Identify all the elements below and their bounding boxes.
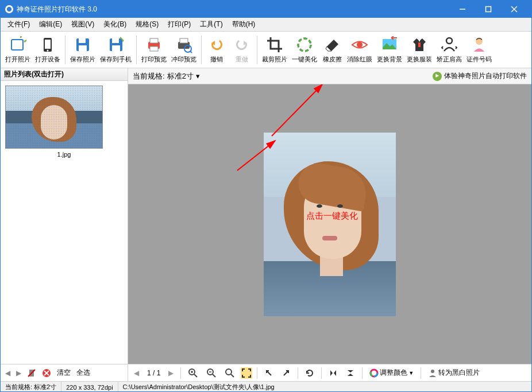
prev-page-button[interactable]: ◀ [132, 368, 141, 378]
zoom-in-button[interactable] [186, 367, 201, 379]
svg-line-30 [272, 84, 322, 136]
svg-rect-18 [180, 38, 188, 43]
svg-point-25 [357, 42, 363, 48]
titlebar: 神奇证件照片打印软件 3.0 [1, 1, 531, 18]
crop-button[interactable]: 裁剪照片 [260, 33, 290, 67]
open-device-icon [38, 36, 57, 54]
color-adjust-button[interactable]: 调整颜色 ▼ [367, 367, 416, 379]
statusbar: 当前规格: 标准2寸 220 x 333, 72dpi C:\Users\Adm… [1, 381, 531, 392]
next-page-button[interactable]: ▶ [166, 368, 176, 378]
clear-button[interactable]: 清空 [55, 367, 73, 379]
promo-link[interactable]: 体验神奇照片自动打印软件 [433, 71, 527, 81]
menu-0[interactable]: 文件(F) [3, 18, 34, 30]
shoulder-button[interactable]: 矫正肩高 [434, 33, 464, 67]
list-item[interactable]: 1.jpg [5, 86, 123, 158]
save-photo-icon [74, 36, 92, 54]
svg-point-7 [47, 50, 49, 52]
menu-1[interactable]: 编辑(E) [34, 18, 67, 30]
svg-rect-13 [112, 45, 120, 51]
redo-button[interactable]: 重做 [229, 33, 255, 67]
close-button[interactable] [501, 1, 527, 18]
flip-v-button[interactable] [344, 367, 357, 379]
id-number-icon [470, 36, 488, 54]
page-indicator: 1 / 1 [147, 369, 160, 377]
beautify-button[interactable]: 一键美化 [290, 33, 319, 67]
maximize-button[interactable] [475, 1, 501, 18]
spec-dropdown[interactable]: 标准2寸 ▾ [167, 71, 200, 81]
tool-label: 撤销 [210, 55, 223, 64]
chevron-down-icon: ▼ [408, 370, 414, 376]
move-left-button[interactable]: ◀ [3, 368, 13, 378]
svg-point-49 [431, 370, 434, 373]
svg-point-28 [446, 38, 452, 44]
photo-preview[interactable] [264, 133, 396, 316]
tool-label: 打开设备 [35, 55, 60, 64]
eraser-button[interactable]: 橡皮擦 [319, 33, 345, 67]
open-device-button[interactable]: 打开设备 [33, 33, 63, 67]
tool-label: 冲印预览 [171, 55, 196, 64]
menu-5[interactable]: 打印(P) [163, 18, 195, 30]
minimize-button[interactable] [449, 1, 475, 18]
svg-rect-27 [418, 42, 421, 47]
tool-label: 更换服装 [407, 55, 432, 64]
save-to-phone-button[interactable]: 保存到手机 [98, 33, 134, 67]
toolbar: 打开照片打开设备保存照片保存到手机打印预览冲印预览撤销重做裁剪照片一键美化橡皮擦… [1, 32, 531, 68]
delete-button[interactable] [25, 367, 38, 379]
svg-line-42 [213, 374, 215, 377]
canvas: 点击一键美化 [128, 84, 531, 364]
tool-label: 橡皮擦 [323, 55, 342, 64]
tool-label: 打印预览 [141, 55, 167, 64]
svg-line-20 [190, 51, 192, 53]
svg-rect-1 [485, 7, 491, 12]
rotate-left-button[interactable] [262, 367, 276, 379]
chevron-down-icon: ▾ [196, 72, 200, 80]
undo-icon [207, 36, 226, 54]
reset-button[interactable] [303, 367, 317, 379]
menu-6[interactable]: 工具(T) [195, 18, 227, 30]
print-preview-button[interactable]: 打印预览 [139, 33, 169, 67]
bw-button[interactable]: 转为黑白照片 [426, 367, 482, 379]
change-clothes-button[interactable]: 更换服装 [404, 33, 434, 67]
tool-label: 裁剪照片 [262, 55, 287, 64]
zoom-out-button[interactable] [204, 367, 219, 379]
beautify-icon [295, 36, 314, 54]
tool-label: 证件号码 [467, 55, 492, 64]
menu-4[interactable]: 规格(S) [131, 18, 163, 30]
tool-label: 重做 [236, 55, 248, 64]
status-spec: 当前规格: 标准2寸 [1, 382, 61, 392]
svg-rect-16 [150, 46, 158, 51]
fullscreen-button[interactable] [241, 367, 252, 379]
tool-label: 更换背景 [377, 55, 402, 64]
undo-button[interactable]: 撤销 [204, 33, 229, 67]
save-to-phone-icon [107, 36, 125, 54]
id-number-button[interactable]: 证件号码 [464, 33, 494, 67]
photo-list: 1.jpg [1, 81, 128, 364]
svg-point-44 [226, 369, 232, 375]
tool-label: 一键美化 [292, 55, 317, 64]
rotate-right-button[interactable] [279, 367, 293, 379]
svg-rect-15 [150, 38, 158, 43]
tool-label: 打开照片 [5, 55, 30, 64]
redeye-button[interactable]: 消除红眼 [345, 33, 375, 67]
spec-bar: 当前规格: 标准2寸 ▾ 体验神奇照片自动打印软件 [128, 68, 531, 84]
menu-3[interactable]: 美化(B) [99, 18, 131, 30]
remove-button[interactable] [40, 367, 53, 379]
zoom-fit-button[interactable] [222, 367, 237, 379]
app-icon [5, 5, 13, 13]
menu-2[interactable]: 视图(V) [67, 18, 99, 30]
redeye-icon [350, 36, 369, 54]
move-right-button[interactable]: ▶ [14, 368, 24, 378]
stamp-preview-button[interactable]: 冲印预览 [169, 33, 199, 67]
open-photo-button[interactable]: 打开照片 [3, 33, 33, 67]
change-bg-button[interactable]: 更换背景 [375, 33, 404, 67]
svg-line-45 [231, 374, 234, 377]
redo-icon [233, 36, 251, 54]
select-all-button[interactable]: 全选 [74, 367, 92, 379]
thumbnail-image [5, 86, 103, 149]
shoulder-icon [440, 36, 458, 54]
flip-h-button[interactable] [326, 367, 340, 379]
save-photo-button[interactable]: 保存照片 [68, 33, 98, 67]
color-wheel-icon [369, 368, 379, 378]
menu-7[interactable]: 帮助(H) [228, 18, 260, 30]
tool-label: 保存到手机 [100, 55, 132, 64]
